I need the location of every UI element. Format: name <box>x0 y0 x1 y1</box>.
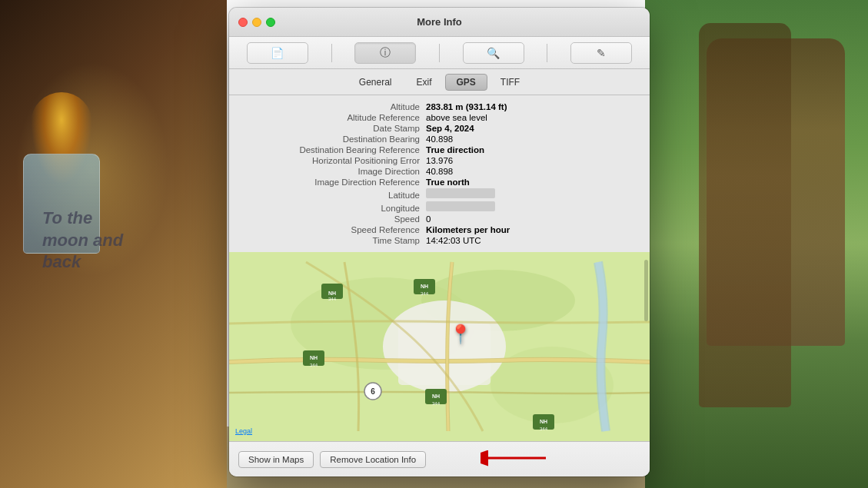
info-icon: ⓘ <box>380 46 391 60</box>
gps-value: Sep 4, 2024 <box>426 124 474 133</box>
gps-value: 13.976 <box>426 156 453 165</box>
tab-tiff[interactable]: TIFF <box>489 74 531 91</box>
gps-row: Image Direction ReferenceTrue north <box>229 177 650 188</box>
edit-icon: ✎ <box>597 47 606 59</box>
traffic-lights <box>238 18 275 27</box>
gps-row: Latitude <box>229 188 650 201</box>
gps-label: Destination Bearing Reference <box>241 145 426 154</box>
bottom-bar: Show in Maps Remove Location Info <box>229 441 650 476</box>
gps-row: Date StampSep 4, 2024 <box>229 123 650 134</box>
tabs-bar: General Exif GPS TIFF <box>229 69 650 95</box>
gps-value: Kilometers per hour <box>426 225 510 234</box>
gps-value: True north <box>426 178 470 187</box>
gps-row: Altitude Referenceabove sea level <box>229 112 650 123</box>
gps-row: Longitude <box>229 201 650 214</box>
toolbar-info-button[interactable]: ⓘ <box>354 42 416 64</box>
toolbar-edit-button[interactable]: ✎ <box>570 42 632 64</box>
gps-label: Image Direction <box>241 167 426 176</box>
gps-row: Image Direction40.898 <box>229 166 650 177</box>
remove-location-button[interactable]: Remove Location Info <box>320 451 426 468</box>
gps-label: Altitude <box>241 102 426 111</box>
svg-text:NH: NH <box>540 419 547 424</box>
gps-label: Image Direction Reference <box>241 178 426 187</box>
content-area: Altitude283.81 m (931.14 ft)Altitude Ref… <box>229 95 650 441</box>
svg-text:344: 344 <box>310 363 318 367</box>
svg-text:NH: NH <box>432 393 440 399</box>
tab-general[interactable]: General <box>348 74 404 91</box>
gps-row: Speed ReferenceKilometers per hour <box>229 224 650 235</box>
titlebar: More Info <box>229 8 650 37</box>
maximize-button[interactable] <box>266 18 275 27</box>
scrollbar[interactable] <box>644 252 648 441</box>
gps-label: Destination Bearing <box>241 134 426 144</box>
svg-text:6: 6 <box>371 387 375 396</box>
background-right <box>645 0 868 488</box>
gps-label: Date Stamp <box>241 124 426 133</box>
more-info-window: More Info 📄 ⓘ 🔍 ✎ General Exif GPS TIFF <box>229 8 650 476</box>
gps-label: Latitude <box>241 191 426 200</box>
gps-value: 283.81 m (931.14 ft) <box>426 102 507 111</box>
gps-value <box>426 188 495 198</box>
gps-value: 14:42:03 UTC <box>426 236 481 245</box>
tab-exif[interactable]: Exif <box>405 74 444 91</box>
svg-text:344: 344 <box>540 427 548 431</box>
map-svg: NH 344 NH 344 NH 344 6 NH 344 NH <box>229 252 650 441</box>
tab-gps[interactable]: GPS <box>445 74 487 91</box>
toolbar-separator-2 <box>439 44 440 62</box>
gps-value: 40.898 <box>426 134 453 144</box>
gps-row: Altitude283.81 m (931.14 ft) <box>229 101 650 112</box>
gps-row: Destination Bearing ReferenceTrue direct… <box>229 144 650 155</box>
gps-value: True direction <box>426 145 484 154</box>
svg-text:NH: NH <box>421 284 428 289</box>
gps-value: above sea level <box>426 113 487 122</box>
red-arrow-indicator <box>481 447 557 473</box>
gps-label: Longitude <box>241 204 426 213</box>
toolbar-file-button[interactable]: 📄 <box>247 42 308 64</box>
show-in-maps-button[interactable]: Show in Maps <box>238 451 314 468</box>
svg-text:NH: NH <box>310 355 318 360</box>
scrollbar-thumb[interactable] <box>644 260 648 321</box>
gps-table: Altitude283.81 m (931.14 ft)Altitude Ref… <box>229 95 650 252</box>
close-button[interactable] <box>238 18 248 27</box>
gps-value: 0 <box>426 214 431 224</box>
gps-row: Time Stamp14:42:03 UTC <box>229 235 650 246</box>
gps-value <box>426 201 495 211</box>
toolbar-separator-1 <box>331 44 332 62</box>
gps-label: Speed Reference <box>241 225 426 234</box>
gps-value: 40.898 <box>426 167 453 176</box>
svg-text:344: 344 <box>432 401 441 406</box>
toolbar: 📄 ⓘ 🔍 ✎ <box>229 37 650 69</box>
gps-row: Horizontal Positioning Error13.976 <box>229 155 650 166</box>
gps-row: Speed0 <box>229 214 650 224</box>
map-location-pin: 📍 <box>449 324 472 345</box>
gps-label: Time Stamp <box>241 236 426 245</box>
toolbar-separator-3 <box>547 44 547 62</box>
map-legal-link[interactable]: Legal <box>235 427 252 435</box>
search-icon: 🔍 <box>487 47 500 59</box>
background-left: To themoon andback <box>0 0 227 488</box>
svg-text:344: 344 <box>421 291 429 296</box>
toolbar-search-button[interactable]: 🔍 <box>463 42 524 64</box>
gps-label: Altitude Reference <box>241 113 426 122</box>
gps-label: Horizontal Positioning Error <box>241 156 426 165</box>
svg-text:NH: NH <box>328 290 336 296</box>
candle-text: To themoon andback <box>42 207 123 274</box>
gps-label: Speed <box>241 214 426 224</box>
svg-rect-5 <box>398 324 491 385</box>
file-icon: 📄 <box>271 47 284 59</box>
window-title: More Info <box>417 16 462 28</box>
minimize-button[interactable] <box>252 18 261 27</box>
map-area: NH 344 NH 344 NH 344 6 NH 344 NH <box>229 252 650 441</box>
gps-row: Destination Bearing40.898 <box>229 134 650 144</box>
svg-text:344: 344 <box>328 297 337 301</box>
